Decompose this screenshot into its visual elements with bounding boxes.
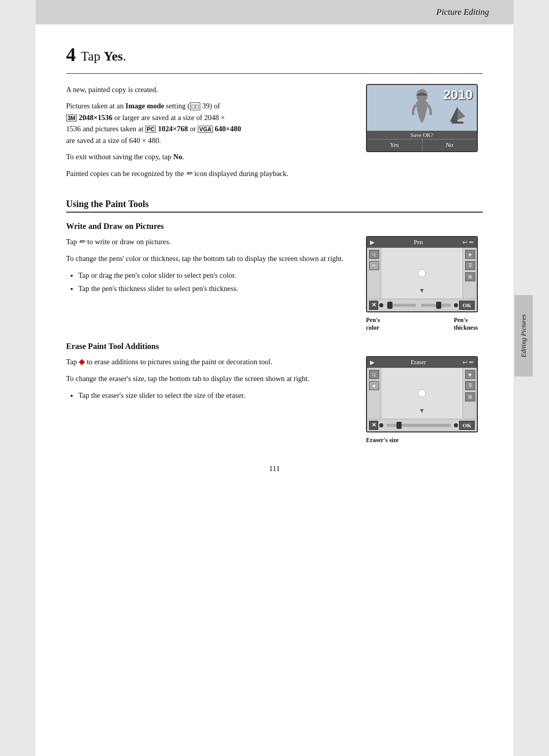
write-draw-text: Tap ✏ to write or draw on pictures. To c… [66, 236, 351, 332]
pen-ok-btn[interactable]: OK [459, 301, 475, 310]
bullet-pen-color: Tap or drag the pen's color slider to se… [78, 270, 351, 281]
camera-screen-container: 2010 [366, 84, 483, 185]
main-content: 4 Tap Yes. A new, painted copy is create… [36, 24, 513, 519]
pen-diamond-btn[interactable]: ◈ [465, 250, 475, 259]
camera-screen: 2010 [366, 84, 478, 152]
step-number: 4 [66, 45, 76, 64]
eraser-slider-end-dot [454, 423, 458, 427]
eraser-panel-body: Q ◈ ▼ ◈ ☰ ⊞ [367, 368, 477, 419]
svg-marker-1 [450, 106, 458, 122]
paint-tools-heading: Using the Paint Tools [66, 199, 483, 213]
para-painted-copies: Painted copies can be recognized by the … [66, 168, 351, 180]
step-divider [66, 73, 483, 74]
eraser-panel-header: ▶ Eraser ↩ ✏ [367, 357, 477, 368]
eraser-tool-btn[interactable]: ◈ [369, 381, 379, 390]
side-tab: Editing Pictures [514, 295, 533, 376]
eraser-panel-header-icons: ↩ ✏ [463, 359, 474, 366]
pen-panel-left-toolbar: Q ✏ [367, 248, 381, 299]
eraser-panel-title: Eraser [411, 359, 426, 366]
pen-grid-btn[interactable]: ⊞ [465, 272, 475, 281]
para-tap-pen: Tap ✏ to write or draw on pictures. [66, 236, 351, 248]
pen-slider-labels: Pen'scolor Pen'sthickness [366, 316, 478, 332]
eraser-panel-right-toolbar: ◈ ☰ ⊞ [463, 368, 477, 419]
eraser-ok-btn[interactable]: OK [459, 421, 475, 430]
para-new-copy: A new, painted copy is created. [66, 84, 351, 95]
pen-close-btn[interactable]: ✕ [369, 301, 378, 310]
svg-marker-2 [458, 108, 465, 120]
pen-color-label: Pen'scolor [366, 316, 380, 332]
pen-canvas-arrow: ▼ [419, 287, 425, 295]
side-tab-label: Editing Pictures [520, 314, 528, 357]
para-image-mode: Pictures taken at an Image mode setting … [66, 100, 351, 146]
pen-panel-right-toolbar: ◈ ☰ ⊞ [463, 248, 477, 299]
eraser-tool-panel: ▶ Eraser ↩ ✏ Q ◈ [366, 356, 478, 432]
bullet-eraser-size: Tap the eraser's size slider to select t… [78, 390, 351, 401]
write-draw-heading: Write and Draw on Pictures [66, 222, 483, 231]
camera-buttons: Yes No [367, 139, 477, 151]
pen-panel-back-icon[interactable]: ↩ [463, 239, 467, 246]
eraser-zoom-btn[interactable]: Q [369, 370, 379, 379]
camera-yes-button[interactable]: Yes [367, 139, 422, 151]
para-exit: To exit without saving the copy, tap No. [66, 151, 351, 162]
pen-slider-start-dot [379, 303, 383, 307]
eraser-grid-btn[interactable]: ⊞ [465, 392, 475, 401]
pen-slider-end-dot [454, 303, 458, 307]
step4-layout: A new, painted copy is created. Pictures… [66, 84, 483, 185]
eraser-canvas-arrow: ▼ [419, 407, 425, 415]
erase-text: Tap ◈ to erase additions to pictures usi… [66, 356, 351, 444]
header-title: Picture Editing [436, 7, 489, 17]
para-change-pen: To change the pens' color or thickness, … [66, 253, 351, 264]
pen-thickness-slider[interactable] [421, 304, 450, 307]
eraser-canvas-dot [418, 389, 426, 397]
pen-bullet-list: Tap or drag the pen's color slider to se… [78, 270, 351, 295]
eraser-size-thumb[interactable] [396, 422, 402, 429]
eraser-panel-footer: ✕ OK [367, 419, 477, 431]
pen-list-btn[interactable]: ☰ [465, 261, 475, 270]
eraser-panel-play-icon: ▶ [370, 359, 374, 366]
svg-rect-3 [451, 122, 464, 124]
save-ok-label: Save OK? [367, 131, 477, 139]
eraser-bullet-list: Tap the eraser's size slider to select t… [78, 390, 351, 401]
camera-screen-inner: 2010 [367, 85, 477, 139]
pen-panel-title: Pen [414, 239, 423, 246]
eraser-close-btn[interactable]: ✕ [369, 421, 378, 430]
step4-header: 4 Tap Yes. [66, 45, 483, 65]
pen-panel-body: Q ✏ ▼ ◈ ☰ ⊞ [367, 248, 477, 299]
camera-no-button[interactable]: No [422, 139, 477, 151]
pen-tool-btn[interactable]: ✏ [369, 261, 379, 270]
eraser-panel-area: ▶ Eraser ↩ ✏ Q ◈ [366, 356, 483, 444]
eraser-slider-start-dot [379, 423, 383, 427]
step-title: Tap Yes. [81, 45, 126, 65]
step4-text: A new, painted copy is created. Pictures… [66, 84, 351, 185]
person-silhouette [408, 89, 436, 127]
write-draw-layout: Tap ✏ to write or draw on pictures. To c… [66, 236, 483, 332]
page-number: 111 [66, 454, 483, 488]
eraser-canvas[interactable]: ▼ [381, 368, 463, 419]
header-bar: Picture Editing [36, 0, 513, 24]
para-tap-erase: Tap ◈ to erase additions to pictures usi… [66, 356, 351, 368]
erase-layout: Tap ◈ to erase additions to pictures usi… [66, 356, 483, 444]
erase-heading: Erase Paint Tool Additions [66, 342, 483, 351]
eraser-panel-draw-icon[interactable]: ✏ [469, 359, 474, 366]
pen-canvas-dot [418, 269, 426, 277]
eraser-panel-left-toolbar: Q ◈ [367, 368, 381, 419]
pen-zoom-out-btn[interactable]: Q [369, 250, 379, 259]
sailboat-icon [447, 104, 468, 127]
eraser-panel-back-icon[interactable]: ↩ [463, 359, 467, 366]
page: Picture Editing Editing Pictures 4 Tap Y… [36, 0, 513, 756]
pen-color-thumb[interactable] [387, 302, 392, 309]
camera-year: 2010 [443, 87, 473, 103]
camera-photo-area: 2010 [367, 85, 477, 131]
pen-color-slider[interactable] [386, 304, 416, 307]
pen-canvas[interactable]: ▼ [381, 248, 463, 299]
para-change-eraser: To change the eraser's size, tap the bot… [66, 373, 351, 384]
pen-panel-header-icons: ↩ ✏ [463, 239, 474, 246]
pen-panel-draw-icon[interactable]: ✏ [469, 239, 474, 246]
pen-thickness-thumb[interactable] [436, 302, 441, 309]
eraser-size-slider[interactable] [386, 424, 451, 427]
pen-panel-header: ▶ Pen ↩ ✏ [367, 237, 477, 248]
pen-tool-panel: ▶ Pen ↩ ✏ Q ✏ [366, 236, 478, 312]
pen-panel-area: ▶ Pen ↩ ✏ Q ✏ [366, 236, 483, 332]
eraser-diamond-btn[interactable]: ◈ [465, 370, 475, 379]
eraser-list-btn[interactable]: ☰ [465, 381, 475, 390]
